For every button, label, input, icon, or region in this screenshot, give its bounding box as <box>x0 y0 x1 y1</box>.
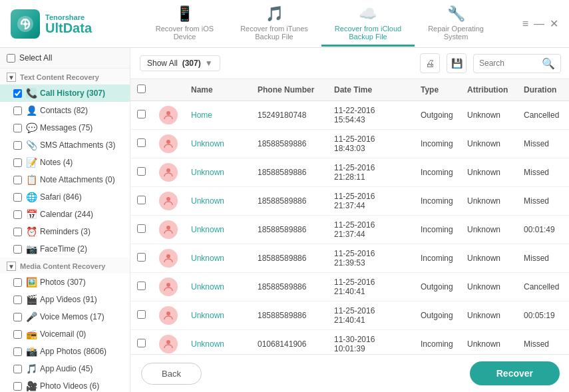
select-all-row[interactable]: Select All <box>0 48 130 69</box>
repair-icon: 🔧 <box>447 5 465 23</box>
print-button[interactable]: 🖨 <box>420 53 440 73</box>
row-phone: 18588589886 <box>251 273 327 301</box>
table-row[interactable]: Unknown 18588589886 11-25-2016 18:43:03 … <box>130 130 569 158</box>
messages-checkbox[interactable] <box>13 124 22 132</box>
expand-text-icon[interactable]: ▼ <box>7 73 16 82</box>
row-checkbox-8[interactable] <box>137 339 146 347</box>
row-type: Outgoing <box>414 273 461 301</box>
show-all-dropdown[interactable]: Show All (307) ▼ <box>140 55 220 71</box>
row-phone: 15249180748 <box>251 101 327 130</box>
notes-label: Notes (4) <box>40 158 73 167</box>
app-videos-checkbox[interactable] <box>13 295 22 304</box>
safari-checkbox[interactable] <box>13 193 22 202</box>
row-checkbox-1[interactable] <box>137 138 146 147</box>
close-button[interactable]: ✕ <box>550 17 558 30</box>
photos-checkbox[interactable] <box>13 278 22 287</box>
table-row[interactable]: Unknown 18588589886 11-25-2016 21:39:53 … <box>130 244 569 273</box>
sms-attachments-icon: 📎 <box>26 140 37 150</box>
sidebar-item-app-photos[interactable]: 📸 App Photos (8606) <box>0 343 130 360</box>
sidebar-item-app-videos[interactable]: 🎬 App Videos (91) <box>0 291 130 308</box>
contact-avatar <box>159 278 178 296</box>
sidebar-item-calendar[interactable]: 📅 Calendar (244) <box>0 206 130 223</box>
table-row[interactable]: Unknown 01068141906 11-30-2016 10:01:39 … <box>130 330 569 355</box>
sidebar-item-notes[interactable]: 📝 Notes (4) <box>0 154 130 171</box>
note-attachments-checkbox[interactable] <box>13 176 22 184</box>
row-checkbox-7[interactable] <box>137 310 146 319</box>
contact-avatar <box>159 106 178 124</box>
row-type: Outgoing <box>414 101 461 130</box>
row-duration: Missed <box>517 330 569 355</box>
sidebar-item-voice-memos[interactable]: 🎤 Voice Memos (17) <box>0 308 130 325</box>
row-checkbox-0[interactable] <box>137 110 146 118</box>
expand-media-icon[interactable]: ▼ <box>7 262 16 271</box>
row-avatar-cell <box>152 330 184 355</box>
table-row[interactable]: Unknown 18588589886 11-25-2016 21:40:41 … <box>130 301 569 330</box>
sidebar-item-voicemail[interactable]: 📻 Voicemail (0) <box>0 325 130 343</box>
search-input[interactable] <box>479 59 539 68</box>
table-row[interactable]: Unknown 18588589886 11-25-2016 21:37:44 … <box>130 216 569 244</box>
app-photos-checkbox[interactable] <box>13 347 22 356</box>
tab-itunes[interactable]: 🎵 Recover from iTunes Backup File <box>227 1 321 47</box>
row-phone: 18588589886 <box>251 158 327 187</box>
table-row[interactable]: Unknown 18588589886 11-25-2016 21:37:44 … <box>130 187 569 216</box>
row-datetime: 11-25-2016 21:40:41 <box>327 273 414 301</box>
row-attribution: Unknown <box>461 158 517 187</box>
call-history-checkbox[interactable] <box>13 89 22 98</box>
sidebar-item-contacts[interactable]: 👤 Contacts (82) <box>0 102 130 119</box>
tab-icloud-label: Recover from iCloud Backup File <box>335 25 401 41</box>
sidebar-item-photo-videos[interactable]: 🎥 Photo Videos (6) <box>0 377 130 392</box>
row-checkbox-2[interactable] <box>137 167 146 176</box>
sidebar-item-sms-attachments[interactable]: 📎 SMS Attachments (3) <box>0 136 130 154</box>
svg-point-3 <box>166 140 170 144</box>
select-all-checkbox[interactable] <box>7 54 15 63</box>
messages-icon: 💬 <box>26 122 37 133</box>
voicemail-checkbox[interactable] <box>13 330 22 339</box>
table-select-all-checkbox[interactable] <box>137 85 146 93</box>
table-row[interactable]: Home 15249180748 11-22-2016 15:54:43 Out… <box>130 101 569 130</box>
row-checkbox-3[interactable] <box>137 196 146 204</box>
notes-checkbox[interactable] <box>13 158 22 167</box>
facetime-checkbox[interactable] <box>13 245 22 254</box>
back-button[interactable]: Back <box>141 363 202 385</box>
row-phone: 18588589886 <box>251 244 327 273</box>
calendar-checkbox[interactable] <box>13 210 22 219</box>
app-videos-icon: 🎬 <box>26 294 37 305</box>
recover-button[interactable]: Recover <box>470 361 560 385</box>
tab-ios[interactable]: 📱 Recover from iOS Device <box>142 1 227 47</box>
content-toolbar: Show All (307) ▼ 🖨 💾 🔍 <box>130 48 569 79</box>
table-row[interactable]: Unknown 18588589886 11-25-2016 21:28:11 … <box>130 158 569 187</box>
contact-avatar <box>159 306 178 325</box>
app-audio-checkbox[interactable] <box>13 365 22 373</box>
row-checkbox-4[interactable] <box>137 224 146 233</box>
export-button[interactable]: 💾 <box>447 53 467 73</box>
dropdown-arrow-icon: ▼ <box>205 59 213 68</box>
row-avatar-cell <box>152 101 184 130</box>
contacts-checkbox[interactable] <box>13 106 22 115</box>
sidebar-item-call-history[interactable]: 📞 Call History (307) <box>0 85 130 102</box>
sidebar-item-messages[interactable]: 💬 Messages (75) <box>0 119 130 136</box>
row-checkbox-5[interactable] <box>137 253 146 262</box>
menu-button[interactable]: ≡ <box>522 18 528 30</box>
photo-videos-checkbox[interactable] <box>13 382 22 391</box>
app-photos-label: App Photos (8606) <box>40 347 106 356</box>
tab-repair-label: Repair Operating System <box>428 25 484 41</box>
tab-icloud[interactable]: ☁️ Recover from iCloud Backup File <box>321 1 415 47</box>
sidebar-item-safari[interactable]: 🌐 Safari (846) <box>0 188 130 206</box>
contacts-icon: 👤 <box>26 105 37 116</box>
sidebar-item-reminders[interactable]: ⏰ Reminders (3) <box>0 223 130 240</box>
sidebar-item-photos[interactable]: 🖼️ Photos (307) <box>0 274 130 291</box>
product-name: UltData <box>45 21 92 35</box>
sidebar-item-app-audio[interactable]: 🎵 App Audio (45) <box>0 360 130 377</box>
reminders-checkbox[interactable] <box>13 228 22 236</box>
tab-repair[interactable]: 🔧 Repair Operating System <box>415 1 497 47</box>
svg-point-5 <box>166 197 170 201</box>
row-checkbox-6[interactable] <box>137 282 146 290</box>
table-row[interactable]: Unknown 18588589886 11-25-2016 21:40:41 … <box>130 273 569 301</box>
minimize-button[interactable]: — <box>534 18 544 30</box>
sidebar-item-note-attachments[interactable]: 📋 Note Attachments (0) <box>0 171 130 188</box>
sidebar-item-facetime[interactable]: 📷 FaceTime (2) <box>0 240 130 258</box>
nav-tabs: 📱 Recover from iOS Device 🎵 Recover from… <box>117 1 522 47</box>
sms-attachments-checkbox[interactable] <box>13 141 22 150</box>
row-datetime: 11-25-2016 21:28:11 <box>327 158 414 187</box>
voice-memos-checkbox[interactable] <box>13 313 22 321</box>
